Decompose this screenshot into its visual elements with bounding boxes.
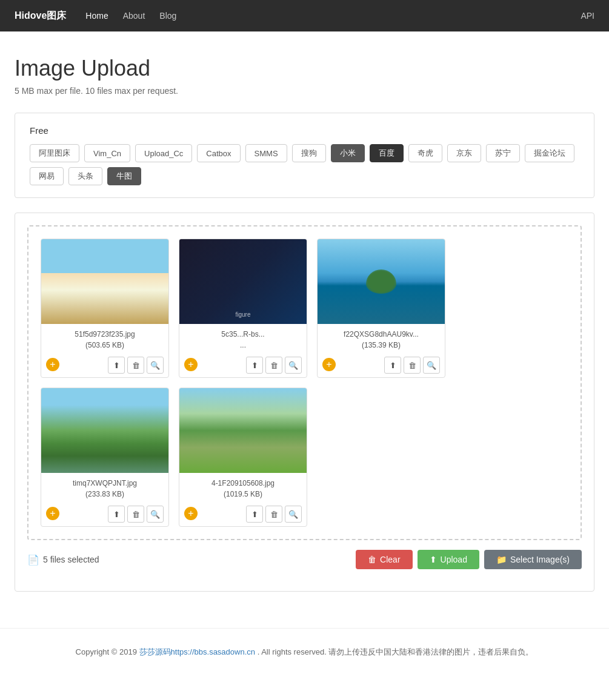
image-card-5: 4-1F209105608.jpg (1019.5 KB) ⬆ 🗑 🔍 + [179, 388, 307, 527]
footer-suffix: . All rights reserved. 请勿上传违反中国大陆和香港法律的图… [258, 647, 534, 656]
host-buttons: 阿里图床 Vim_Cn Upload_Cc Catbox SMMS 搜狗 小米 … [30, 144, 579, 185]
upload-btn-3[interactable]: ⬆ [384, 357, 401, 374]
image-card-3: f22QXSG8dhAAU9kv... (135.39 KB) ⬆ 🗑 🔍 + [317, 239, 445, 378]
zoom-btn-5[interactable]: 🔍 [285, 506, 302, 523]
host-btn-smms[interactable]: SMMS [245, 144, 287, 162]
host-btn-niutou[interactable]: 牛图 [107, 167, 141, 185]
host-btn-catbox[interactable]: Catbox [197, 144, 240, 162]
trash-icon: 🗑 [368, 555, 376, 564]
host-panel-label: Free [30, 125, 579, 136]
image-card-2: figure 5c35...R-bs... ... ⬆ 🗑 🔍 + [179, 239, 307, 378]
host-btn-suning[interactable]: 苏宁 [486, 144, 520, 162]
footer-link[interactable]: 莎莎源码https://bbs.sasadown.cn [139, 647, 255, 656]
files-selected-text: 5 files selected [43, 555, 99, 564]
files-count: 📄 5 files selected [27, 554, 356, 566]
folder-icon: 📁 [496, 555, 507, 564]
zoom-btn-3[interactable]: 🔍 [423, 357, 440, 374]
bottom-actions: 🗑 Clear ⬆ Upload 📁 Select Image(s) [356, 550, 582, 569]
add-btn-2[interactable]: + [184, 358, 198, 371]
image-card-4: timq7XWQPJNT.jpg (233.83 KB) ⬆ 🗑 🔍 + [41, 388, 169, 527]
delete-btn-5[interactable]: 🗑 [265, 506, 282, 523]
nav-link-about[interactable]: About [123, 8, 145, 23]
image-name-5: 4-1F209105608.jpg (1019.5 KB) [179, 473, 307, 502]
image-actions-3: ⬆ 🗑 🔍 [318, 353, 445, 377]
upload-icon: ⬆ [430, 555, 437, 564]
image-actions-1: ⬆ 🗑 🔍 [41, 353, 168, 377]
delete-btn-4[interactable]: 🗑 [127, 506, 144, 523]
upload-btn-4[interactable]: ⬆ [108, 506, 125, 523]
image-grid: 51f5d9723f235.jpg (503.65 KB) ⬆ 🗑 🔍 + fi… [27, 225, 582, 540]
image-name-1: 51f5d9723f235.jpg (503.65 KB) [41, 324, 168, 353]
host-panel: Free 阿里图床 Vim_Cn Upload_Cc Catbox SMMS 搜… [15, 113, 594, 198]
host-btn-baidu[interactable]: 百度 [370, 144, 404, 162]
page-title: Image Upload [15, 56, 594, 81]
host-btn-sogou[interactable]: 搜狗 [292, 144, 326, 162]
upload-area: 51f5d9723f235.jpg (503.65 KB) ⬆ 🗑 🔍 + fi… [15, 213, 594, 592]
delete-btn-1[interactable]: 🗑 [127, 357, 144, 374]
nav-link-blog[interactable]: Blog [159, 8, 176, 23]
zoom-btn-2[interactable]: 🔍 [285, 357, 302, 374]
image-name-4: timq7XWQPJNT.jpg (233.83 KB) [41, 473, 168, 502]
footer: Copyright © 2019 莎莎源码https://bbs.sasadow… [0, 628, 609, 676]
zoom-btn-4[interactable]: 🔍 [147, 506, 164, 523]
bottom-bar: 📄 5 files selected 🗑 Clear ⬆ Upload 📁 Se… [27, 540, 582, 579]
host-btn-uploadcc[interactable]: Upload_Cc [135, 144, 192, 162]
zoom-btn-1[interactable]: 🔍 [147, 357, 164, 374]
host-btn-vimcn[interactable]: Vim_Cn [84, 144, 130, 162]
footer-prefix: Copyright © 2019 [76, 647, 139, 656]
add-btn-4[interactable]: + [46, 507, 59, 520]
upload-btn-5[interactable]: ⬆ [246, 506, 263, 523]
select-images-button[interactable]: 📁 Select Image(s) [484, 550, 582, 569]
host-btn-toutiao[interactable]: 头条 [68, 167, 102, 185]
delete-btn-2[interactable]: 🗑 [265, 357, 282, 374]
navbar: Hidove图床 Home About Blog API [0, 0, 609, 31]
host-btn-xiaomi[interactable]: 小米 [331, 144, 365, 162]
upload-btn-2[interactable]: ⬆ [246, 357, 263, 374]
add-btn-1[interactable]: + [46, 358, 59, 371]
nav-brand: Hidove图床 [15, 10, 66, 22]
file-icon: 📄 [27, 554, 39, 566]
host-btn-wangyi[interactable]: 网易 [30, 167, 64, 185]
image-card-1: 51f5d9723f235.jpg (503.65 KB) ⬆ 🗑 🔍 + [41, 239, 169, 378]
page-subtitle: 5 MB max per file. 10 files max per requ… [15, 86, 594, 96]
host-btn-jingdong[interactable]: 京东 [447, 144, 481, 162]
image-actions-4: ⬆ 🗑 🔍 [41, 502, 168, 526]
upload-btn-1[interactable]: ⬆ [108, 357, 125, 374]
nav-links: Home About Blog [85, 8, 581, 23]
nav-link-home[interactable]: Home [85, 8, 108, 23]
image-name-2: 5c35...R-bs... ... [179, 324, 307, 353]
image-name-3: f22QXSG8dhAAU9kv... (135.39 KB) [318, 324, 445, 353]
delete-btn-3[interactable]: 🗑 [404, 357, 421, 374]
main-content: Image Upload 5 MB max per file. 10 files… [0, 31, 609, 628]
host-btn-aliyun[interactable]: 阿里图床 [30, 144, 79, 162]
image-actions-2: ⬆ 🗑 🔍 [179, 353, 307, 377]
nav-api-link[interactable]: API [581, 11, 594, 21]
host-btn-juejin[interactable]: 掘金论坛 [525, 144, 574, 162]
host-btn-qihoo[interactable]: 奇虎 [408, 144, 442, 162]
add-btn-5[interactable]: + [184, 507, 198, 520]
clear-button[interactable]: 🗑 Clear [356, 550, 412, 569]
upload-button[interactable]: ⬆ Upload [418, 550, 479, 569]
image-actions-5: ⬆ 🗑 🔍 [179, 502, 307, 526]
add-btn-3[interactable]: + [322, 358, 336, 371]
